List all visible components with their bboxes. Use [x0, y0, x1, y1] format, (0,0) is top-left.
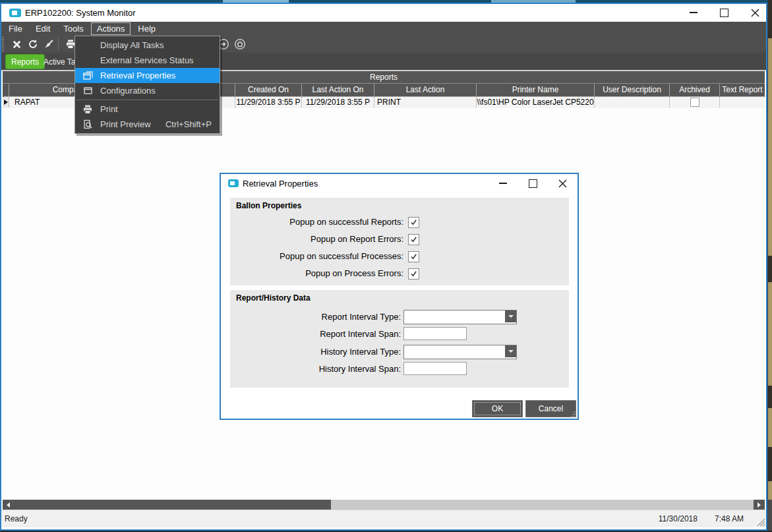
- row-marker-icon: [4, 100, 8, 105]
- popup-process-errors-checkbox[interactable]: [408, 268, 419, 280]
- check-icon: [410, 236, 417, 243]
- menu-actions[interactable]: Actions: [91, 22, 131, 35]
- menu-item-label: Print Preview: [100, 119, 165, 129]
- menu-item-print[interactable]: Print: [75, 102, 220, 117]
- menu-item-external-services-status[interactable]: External Services Status: [75, 53, 220, 68]
- cancel-button[interactable]: Cancel: [525, 400, 576, 417]
- popup-successful-reports-checkbox[interactable]: [408, 217, 419, 228]
- field-label: History Interval Type:: [230, 345, 401, 359]
- scrollbar-thumb[interactable]: [14, 500, 331, 510]
- archived-checkbox[interactable]: [690, 98, 699, 107]
- popup-successful-processes-checkbox[interactable]: [408, 251, 419, 262]
- delete-icon: [12, 40, 22, 49]
- report-interval-type-combobox[interactable]: [403, 310, 517, 324]
- field-label: Report Interval Span:: [230, 327, 401, 341]
- dialog-minimize-button[interactable]: [493, 176, 513, 191]
- menu-edit[interactable]: Edit: [30, 22, 56, 35]
- menu-item-label: Configurations: [100, 86, 220, 96]
- home-button[interactable]: [233, 37, 247, 51]
- dialog-maximize-button[interactable]: [523, 176, 543, 191]
- resize-grip-icon[interactable]: [757, 518, 765, 527]
- menu-item-display-all-tasks[interactable]: Display All Tasks: [75, 38, 220, 53]
- menu-item-label: Print: [100, 104, 220, 114]
- checkbox-label: Popup on Report Errors:: [230, 233, 403, 246]
- menu-file[interactable]: File: [3, 22, 28, 35]
- window-title: ERP102200: System Monitor: [25, 4, 136, 22]
- background-fragment: [768, 0, 772, 38]
- retrieval-properties-dialog: Retrieval Properties Ballon Properties P…: [220, 173, 579, 420]
- combo-dropdown-button[interactable]: [505, 345, 516, 357]
- row-selector[interactable]: [3, 97, 9, 107]
- column-header-printer-name[interactable]: Printer Name: [477, 84, 595, 96]
- dialog-close-button[interactable]: [552, 176, 572, 191]
- clean-button[interactable]: [42, 37, 56, 51]
- maximize-button[interactable]: [714, 5, 734, 20]
- ok-button[interactable]: OK: [472, 400, 523, 417]
- cell-last-action: PRINT: [374, 97, 477, 107]
- refresh-button[interactable]: [26, 37, 40, 51]
- column-header-last-action-on[interactable]: Last Action On: [302, 84, 374, 96]
- menu-item-label: Display All Tasks: [100, 40, 220, 50]
- cell-user-description: [595, 97, 670, 107]
- scroll-left-icon: [7, 502, 10, 508]
- menu-help[interactable]: Help: [132, 22, 162, 35]
- window-cascade-icon: [75, 86, 100, 96]
- checkbox-label: Popup on Process Errors:: [230, 267, 403, 280]
- check-icon: [410, 253, 417, 260]
- chevron-down-icon: [508, 350, 514, 353]
- dialog-title-bar: Retrieval Properties: [221, 174, 578, 193]
- checkbox-row: Popup on Report Errors:: [230, 233, 428, 246]
- horizontal-scrollbar[interactable]: [3, 500, 765, 510]
- tab-active-tasks[interactable]: Active Ta: [40, 55, 79, 69]
- cell-archived: [670, 97, 720, 107]
- background-fragment: [768, 500, 772, 532]
- history-interval-span-input[interactable]: [403, 362, 467, 375]
- column-header-user-description[interactable]: User Description: [595, 84, 670, 96]
- check-icon: [410, 270, 417, 278]
- menu-separator: [76, 100, 219, 100]
- home-icon: [234, 38, 246, 50]
- menu-bar: File Edit Tools Actions Help: [1, 22, 766, 36]
- check-icon: [410, 219, 417, 226]
- cell-printer-name: \\fs01\HP Color LaserJet CP5220: [477, 97, 595, 107]
- report-interval-span-input[interactable]: [403, 327, 467, 340]
- screen: ERP102200: System Monitor File Edit Tool…: [0, 0, 772, 532]
- scroll-left-button[interactable]: [3, 500, 14, 510]
- column-header-last-action[interactable]: Last Action: [374, 84, 477, 96]
- cell-created-on: 11/29/2018 3:55 P: [235, 97, 302, 107]
- scroll-right-button[interactable]: [754, 500, 765, 510]
- clean-icon: [44, 39, 55, 49]
- close-button[interactable]: [745, 5, 765, 20]
- cell-last-action-on: 11/29/2018 3:55 P: [302, 97, 374, 107]
- toolbar-grip[interactable]: [2, 37, 4, 51]
- column-header-created-on[interactable]: Created On: [235, 84, 302, 96]
- background-fragment: [768, 447, 772, 481]
- close-icon: [751, 9, 759, 17]
- refresh-icon: [28, 39, 38, 49]
- menu-item-retrieval-properties[interactable]: Retrieval Properties: [75, 68, 220, 83]
- close-icon: [558, 179, 567, 188]
- print-icon: [75, 104, 100, 115]
- delete-button[interactable]: [9, 37, 24, 51]
- history-interval-type-combobox[interactable]: [403, 345, 517, 359]
- status-time: 7:48 AM: [715, 510, 744, 527]
- menu-tools[interactable]: Tools: [57, 22, 89, 35]
- column-header-archived[interactable]: Archived: [670, 84, 720, 96]
- menu-item-configurations[interactable]: Configurations: [75, 83, 220, 98]
- checkbox-label: Popup on successful Reports:: [230, 216, 403, 229]
- group-title: Ballon Properties: [236, 201, 301, 210]
- dialog-resize-grip-icon[interactable]: [570, 411, 576, 417]
- menu-item-print-preview[interactable]: Print Preview Ctrl+Shift+P: [75, 117, 220, 132]
- column-header-text-report[interactable]: Text Report: [720, 84, 765, 96]
- status-datetime: 11/30/2018 7:48 AM: [659, 510, 744, 527]
- dialog-title: Retrieval Properties: [243, 174, 318, 193]
- row-header-stub: [3, 84, 9, 96]
- checkbox-row: Popup on successful Processes:: [230, 250, 428, 263]
- title-bar: ERP102200: System Monitor: [1, 4, 766, 22]
- popup-report-errors-checkbox[interactable]: [408, 234, 419, 245]
- report-history-group: Report/History Data Report Interval Type…: [230, 290, 569, 388]
- checkbox-row: Popup on Process Errors:: [230, 267, 428, 280]
- minimize-button[interactable]: [684, 5, 703, 20]
- combo-dropdown-button[interactable]: [505, 310, 516, 322]
- balloon-properties-group: Ballon Properties Popup on successful Re…: [230, 198, 569, 285]
